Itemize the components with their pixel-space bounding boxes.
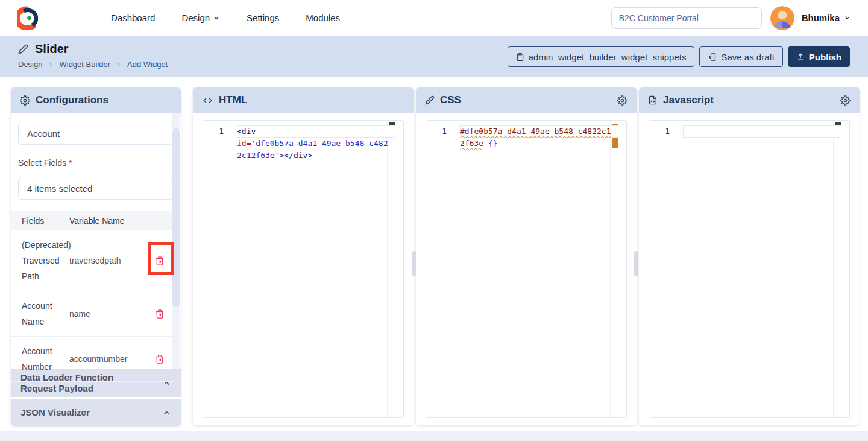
line-number: 1 bbox=[203, 125, 233, 138]
code-line-wrap: 2f63e {} bbox=[426, 138, 626, 150]
field-name: Account Name bbox=[11, 298, 69, 329]
javascript-code-editor[interactable]: 1 bbox=[649, 120, 850, 418]
code-token: 2c12f63e' bbox=[237, 151, 279, 160]
html-panel-title: HTML bbox=[219, 94, 247, 106]
main-nav: Dashboard Design Settings Modules bbox=[111, 13, 340, 23]
line-number: 1 bbox=[426, 125, 456, 138]
page-header: Slider Design Widget Builder Add Widget … bbox=[0, 36, 868, 77]
field-name: Account Number bbox=[11, 343, 69, 375]
nav-item-settings[interactable]: Settings bbox=[247, 13, 279, 23]
delete-field-button[interactable] bbox=[154, 353, 166, 366]
section-label: JSON Visualizer bbox=[20, 407, 147, 418]
required-marker: * bbox=[69, 158, 72, 168]
line-number: 1 bbox=[649, 125, 679, 138]
editor-scrollbar-track[interactable] bbox=[610, 121, 619, 417]
code-token: id= bbox=[237, 139, 251, 148]
nav-item-dashboard[interactable]: Dashboard bbox=[111, 13, 155, 23]
chevron-right-icon bbox=[48, 62, 54, 68]
pencil-icon bbox=[425, 95, 435, 105]
save-as-draft-button[interactable]: Save as draft bbox=[699, 46, 782, 67]
datasource-input[interactable]: Account bbox=[18, 122, 173, 145]
javascript-panel-header: Javascript bbox=[639, 87, 860, 113]
editor-scrollbar-track[interactable] bbox=[387, 121, 396, 417]
code-line: 1 bbox=[649, 125, 849, 138]
configurations-title: Configurations bbox=[36, 94, 108, 106]
page-title: Slider bbox=[35, 42, 69, 56]
brand-logo[interactable] bbox=[17, 6, 40, 30]
code-token: 'dfe0b57a-d4a1-49ae-b548-c482 bbox=[251, 139, 388, 148]
chevron-right-icon bbox=[116, 62, 122, 68]
html-panel-header: HTML bbox=[193, 87, 414, 113]
breadcrumb-item-add-widget: Add Widget bbox=[127, 60, 168, 69]
css-code-editor[interactable]: 1 #dfe0b57a-d4a1-49ae-b548-c4822c1 2f63e… bbox=[426, 120, 627, 418]
panel-splitter[interactable] bbox=[412, 251, 416, 276]
css-settings-button[interactable] bbox=[617, 95, 627, 106]
css-panel-header: CSS bbox=[416, 87, 637, 113]
chevron-up-icon bbox=[162, 408, 171, 417]
file-code-icon bbox=[648, 95, 658, 105]
save-draft-icon bbox=[708, 52, 717, 62]
panel-splitter[interactable] bbox=[634, 251, 638, 276]
col-header-variable: Variable Name bbox=[69, 216, 125, 226]
javascript-settings-button[interactable] bbox=[840, 95, 851, 106]
code-line-wrap: id='dfe0b57a-d4a1-49ae-b548-c482 bbox=[203, 138, 403, 150]
trash-icon bbox=[155, 309, 165, 319]
code-token: ></div> bbox=[279, 151, 312, 160]
avatar[interactable] bbox=[770, 6, 794, 30]
table-row: Account Number accountnumber bbox=[11, 337, 174, 382]
publish-button[interactable]: Publish bbox=[788, 46, 850, 67]
code-line: 1 <div bbox=[203, 125, 403, 138]
select-fields-label: Select Fields * bbox=[18, 158, 181, 168]
code-line: 1 #dfe0b57a-d4a1-49ae-b548-c4822c1 bbox=[426, 125, 626, 138]
code-line-wrap: 2c12f63e'></div> bbox=[203, 150, 403, 162]
delete-field-button[interactable] bbox=[154, 255, 166, 267]
code-token: {} bbox=[488, 139, 498, 148]
code-token: #dfe0b57a-d4a1-49ae-b548-c4822c1 bbox=[460, 127, 611, 136]
clipboard-icon bbox=[516, 52, 524, 62]
field-name: (Deprecated) Traversed Path bbox=[11, 237, 69, 284]
nav-label: Dashboard bbox=[111, 13, 155, 23]
code-token: 2f63e bbox=[460, 139, 483, 148]
table-row: Account Name name bbox=[11, 291, 174, 337]
code-token: <div bbox=[237, 127, 256, 136]
main-content: Configurations Account Select Fields * 4… bbox=[0, 77, 868, 431]
editor-scrollbar-track[interactable] bbox=[833, 121, 842, 417]
select-fields-input[interactable]: 4 items selected bbox=[18, 177, 173, 200]
trash-icon bbox=[155, 256, 165, 266]
chevron-down-icon bbox=[843, 14, 851, 22]
nav-item-design[interactable]: Design bbox=[181, 13, 220, 23]
css-editor-panel: CSS 1 #dfe0b57a-d4a1-49ae-b548-c4822c1 2… bbox=[416, 87, 637, 425]
publish-label: Publish bbox=[809, 52, 841, 62]
user-menu[interactable]: Bhumika bbox=[802, 13, 851, 23]
nav-label: Modules bbox=[306, 13, 340, 23]
delete-field-button[interactable] bbox=[154, 308, 166, 320]
section-json-visualizer[interactable]: JSON Visualizer bbox=[11, 399, 181, 426]
header-actions: admin_widget_builder_widget_snippets Sav… bbox=[508, 46, 850, 67]
datasource-value: Account bbox=[27, 128, 60, 139]
html-editor-panel: HTML 1 <div id='dfe0b57a-d4a1-49ae-b548-… bbox=[193, 87, 414, 425]
variable-name: accountnumber bbox=[69, 343, 146, 375]
portal-select-input[interactable] bbox=[611, 7, 762, 29]
css-panel-title: CSS bbox=[440, 94, 461, 106]
user-name: Bhumika bbox=[802, 13, 840, 23]
nav-label: Design bbox=[181, 13, 210, 23]
snippets-button[interactable]: admin_widget_builder_widget_snippets bbox=[508, 46, 695, 67]
brand-logo-icon bbox=[17, 6, 40, 30]
edit-pencil-icon[interactable] bbox=[18, 44, 28, 54]
breadcrumb-item-widget-builder[interactable]: Widget Builder bbox=[59, 60, 110, 69]
gear-icon bbox=[840, 95, 851, 106]
nav-label: Settings bbox=[247, 13, 279, 23]
topnav-right: Bhumika bbox=[611, 6, 851, 30]
save-draft-label: Save as draft bbox=[721, 52, 774, 62]
nav-item-modules[interactable]: Modules bbox=[306, 13, 340, 23]
html-code-editor[interactable]: 1 <div id='dfe0b57a-d4a1-49ae-b548-c482 … bbox=[203, 120, 404, 418]
fields-table: Fields Variable Name (Deprecated) Traver… bbox=[11, 211, 174, 382]
chevron-down-icon bbox=[213, 14, 220, 22]
breadcrumb-item-design[interactable]: Design bbox=[18, 60, 42, 69]
fields-table-header: Fields Variable Name bbox=[11, 211, 174, 230]
trash-icon bbox=[155, 354, 165, 364]
scrollbar-thumb[interactable] bbox=[172, 128, 180, 307]
javascript-editor-panel: Javascript 1 bbox=[639, 87, 860, 425]
code-brackets-icon bbox=[202, 96, 213, 105]
configurations-scroll-area: Account Select Fields * 4 items selected… bbox=[11, 113, 181, 369]
